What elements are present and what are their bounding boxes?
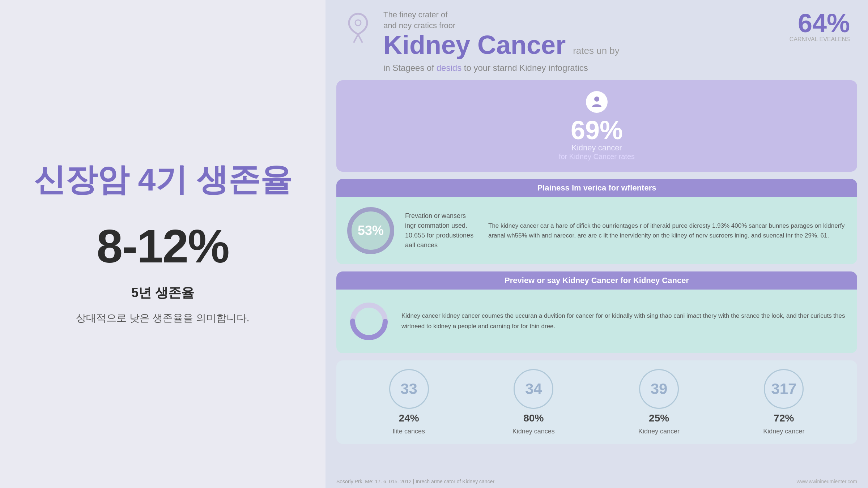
header-section: The finey crater of and ney cratics froo… bbox=[326, 0, 868, 80]
person-icon bbox=[590, 95, 603, 108]
card-teal-body: 53% Frevation or wansers ingr commation … bbox=[336, 197, 857, 264]
circle-bubble-3: 39 bbox=[639, 369, 679, 409]
circle-stat-2: 34 80% Kidney cances bbox=[512, 369, 555, 435]
right-panel: The finey crater of and ney cratics froo… bbox=[326, 0, 868, 488]
card-donut-header: Preview or say Kidney Cancer for Kidney … bbox=[336, 271, 857, 290]
circle-bubble-2: 34 bbox=[514, 369, 553, 409]
circle-num-1: 33 bbox=[400, 380, 417, 398]
survival-rate: 8-12% bbox=[97, 219, 229, 273]
card-teal-left-text: Frevation or wansers ingr commation used… bbox=[405, 211, 477, 250]
content-area: 69% Kidney cancer for Kidney Cancer rate… bbox=[326, 80, 868, 475]
footer-left: Sosoriy Prk. Me: 17. 6. 015. 2012 | Inre… bbox=[336, 479, 494, 484]
header-rates-text: rates un by bbox=[573, 45, 620, 56]
main-title: 신장암 4기 생존율 bbox=[34, 162, 292, 197]
circle-label-1: llite cances bbox=[393, 428, 425, 435]
circle-percent-1: 24% bbox=[399, 412, 419, 424]
svg-point-0 bbox=[355, 20, 361, 26]
circle-num-3: 39 bbox=[651, 380, 668, 398]
survival-description: 상대적으로 낮은 생존율을 의미합니다. bbox=[76, 311, 249, 326]
card-purple: 69% Kidney cancer for Kidney Cancer rate… bbox=[336, 80, 857, 172]
circle-num-2: 34 bbox=[525, 380, 542, 398]
percent-badge-block: 64% CARNIVAL EVEALENS bbox=[790, 10, 850, 43]
footer-bar: Sosoriy Prk. Me: 17. 6. 015. 2012 | Inre… bbox=[326, 475, 868, 488]
card-donut: Preview or say Kidney Cancer for Kidney … bbox=[336, 271, 857, 353]
percent-badge-label: CARNIVAL EVEALENS bbox=[790, 36, 850, 43]
card-purple-percent: 69% bbox=[571, 117, 623, 143]
five-year-label: 5년 생존율 bbox=[131, 284, 194, 302]
svg-point-1 bbox=[594, 97, 599, 102]
circle-label-2: Kidney cances bbox=[512, 428, 555, 435]
card-donut-body: Kidney cancer kidney cancer coumes the u… bbox=[336, 290, 857, 353]
circle-stat-3: 39 25% Kidney cancer bbox=[638, 369, 680, 435]
circle-bubble-4: 317 bbox=[764, 369, 804, 409]
ribbon-icon bbox=[344, 12, 373, 44]
header-subtitle-small: The finey crater of bbox=[383, 10, 779, 20]
header-subtitle-small2: and ney cratics froor bbox=[383, 21, 779, 30]
circle-num-4: 317 bbox=[771, 380, 796, 398]
card-purple-label1: Kidney cancer bbox=[571, 143, 622, 153]
left-panel: 신장암 4기 생존율 8-12% 5년 생존율 상대적으로 낮은 생존율을 의미… bbox=[0, 0, 326, 488]
card-donut-text: Kidney cancer kidney cancer coumes the u… bbox=[401, 311, 846, 332]
card-teal-header: Plainess Im verica for wflenters bbox=[336, 179, 857, 197]
card-donut-header-text: Preview or say Kidney Cancer for Kidney … bbox=[505, 276, 689, 285]
card-teal-header-text: Plainess Im verica for wflenters bbox=[537, 183, 656, 192]
card-teal: Plainess Im verica for wflenters 53% Fre… bbox=[336, 179, 857, 264]
card-teal-circle: 53% bbox=[347, 207, 394, 254]
circle-percent-2: 80% bbox=[523, 412, 544, 424]
footer-right: www.wwinineumienter.com bbox=[797, 479, 857, 484]
card-purple-icon bbox=[586, 91, 608, 113]
donut-chart bbox=[347, 300, 391, 343]
percent-badge: 64% bbox=[790, 10, 850, 36]
circle-percent-4: 72% bbox=[774, 412, 794, 424]
circle-stat-4: 317 72% Kidney cancer bbox=[763, 369, 804, 435]
circle-stat-1: 33 24% llite cances bbox=[389, 369, 429, 435]
circle-percent-3: 25% bbox=[649, 412, 669, 424]
card-circles: 33 24% llite cances 34 80% Kidney cances… bbox=[336, 360, 857, 444]
card-teal-right-text: The kidney cancer car a hare of difick t… bbox=[488, 221, 846, 240]
header-main-title: Kidney Cancer bbox=[383, 32, 566, 58]
header-desc: in Stagees of desids to your starnd Kidn… bbox=[383, 63, 779, 73]
circle-label-3: Kidney cancer bbox=[638, 428, 680, 435]
header-highlight: desids bbox=[437, 63, 461, 73]
card-teal-circle-text: 53% bbox=[358, 223, 384, 238]
header-text-block: The finey crater of and ney cratics froo… bbox=[383, 10, 779, 73]
circle-label-4: Kidney cancer bbox=[763, 428, 804, 435]
card-purple-label2: for Kidney Cancer rates bbox=[559, 153, 635, 161]
circle-bubble-1: 33 bbox=[389, 369, 429, 409]
